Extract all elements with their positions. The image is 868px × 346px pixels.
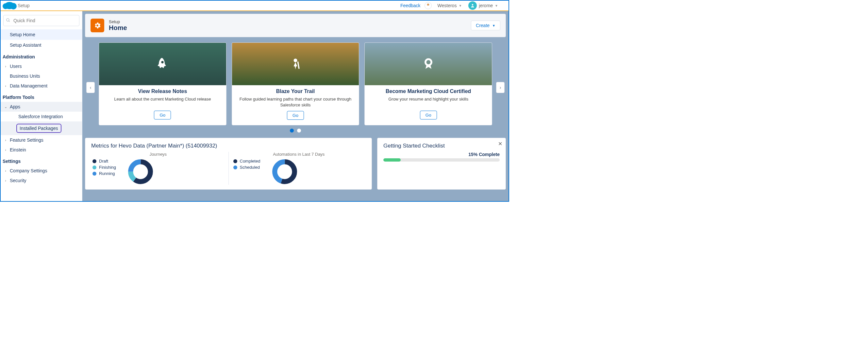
quick-find-input[interactable] bbox=[3, 15, 80, 26]
badge-illustration bbox=[365, 43, 492, 85]
nav-setup-home[interactable]: Setup Home bbox=[1, 29, 82, 40]
legend-swatch bbox=[92, 172, 96, 176]
close-icon[interactable]: ✕ bbox=[498, 141, 502, 147]
app-title: Setup bbox=[18, 3, 30, 8]
svg-point-2 bbox=[472, 4, 473, 5]
svg-point-0 bbox=[427, 4, 429, 6]
carousel-card: View Release Notes Learn all about the c… bbox=[99, 42, 226, 125]
checklist-title: Getting Started Checklist bbox=[383, 143, 500, 149]
metrics-divider bbox=[228, 152, 229, 185]
carousel-card: Blaze Your Trail Follow guided learning … bbox=[232, 42, 360, 125]
legend-swatch bbox=[233, 166, 237, 169]
carousel-dots bbox=[85, 129, 506, 133]
nav-users[interactable]: ›Users bbox=[1, 61, 82, 71]
feedback-link[interactable]: Feedback bbox=[400, 3, 420, 8]
astro-mascot-icon[interactable] bbox=[425, 2, 432, 9]
search-icon bbox=[6, 18, 10, 24]
user-menu[interactable]: jerome ▼ bbox=[468, 1, 498, 10]
journeys-donut-chart bbox=[116, 159, 165, 185]
nav-salesforce-integration[interactable]: Salesforce Integration bbox=[1, 112, 82, 122]
automations-label: Automations in Last 7 Days bbox=[232, 152, 366, 157]
chevron-right-icon: › bbox=[3, 148, 8, 152]
legend-swatch bbox=[92, 159, 96, 163]
card-desc: Learn all about the current Marketing Cl… bbox=[104, 96, 221, 107]
svg-line-7 bbox=[298, 62, 299, 69]
checklist-panel: ✕ Getting Started Checklist 15% Complete bbox=[377, 138, 506, 189]
chevron-right-icon: › bbox=[3, 169, 8, 173]
carousel-dot[interactable] bbox=[297, 129, 301, 133]
page-eyebrow: Setup bbox=[109, 19, 127, 24]
svg-point-8 bbox=[426, 59, 431, 65]
svg-point-6 bbox=[294, 59, 298, 62]
go-button[interactable]: Go bbox=[420, 111, 437, 119]
card-desc: Follow guided learning paths that chart … bbox=[237, 96, 354, 108]
checklist-progress-fill bbox=[383, 158, 401, 162]
checklist-progress-bar bbox=[383, 158, 500, 162]
card-title: View Release Notes bbox=[104, 89, 221, 94]
nav-setup-assistant[interactable]: Setup Assistant bbox=[1, 40, 82, 50]
journeys-label: Journeys bbox=[91, 152, 225, 157]
metrics-title: Metrics for Hevo Data (Partner Main*) (5… bbox=[91, 143, 366, 149]
setup-gear-icon bbox=[91, 19, 104, 32]
carousel-card: Become Marketing Cloud Certified Grow yo… bbox=[364, 42, 492, 125]
nav-installed-packages-row[interactable]: Installed Packages bbox=[1, 122, 82, 135]
user-name: jerome bbox=[479, 3, 493, 8]
nav-einstein[interactable]: ›Einstein bbox=[1, 145, 82, 155]
caret-down-icon: ▼ bbox=[492, 24, 495, 27]
page-header: Setup Home Create ▼ bbox=[85, 14, 506, 37]
org-name: Westeros bbox=[438, 3, 457, 8]
journeys-legend: Draft Finishing Running bbox=[91, 159, 116, 177]
rocket-illustration bbox=[99, 43, 226, 85]
nav-installed-packages[interactable]: Installed Packages bbox=[16, 124, 61, 133]
nav-apps[interactable]: ⌄Apps bbox=[1, 102, 82, 112]
create-button[interactable]: Create ▼ bbox=[471, 21, 500, 30]
hiker-illustration bbox=[232, 43, 359, 85]
nav-security[interactable]: ›Security bbox=[1, 176, 82, 185]
chevron-down-icon: ⌄ bbox=[3, 105, 8, 109]
chevron-right-icon: › bbox=[3, 138, 8, 142]
legend-swatch bbox=[233, 159, 237, 163]
checklist-percent-label: 15% Complete bbox=[383, 152, 500, 157]
nav-feature-settings[interactable]: ›Feature Settings bbox=[1, 135, 82, 145]
nav-company-settings[interactable]: ›Company Settings bbox=[1, 166, 82, 176]
chevron-right-icon: › bbox=[3, 178, 8, 182]
org-switcher[interactable]: Westeros ▼ bbox=[438, 3, 462, 8]
card-title: Blaze Your Trail bbox=[237, 89, 354, 94]
go-button[interactable]: Go bbox=[154, 111, 171, 119]
chevron-right-icon: › bbox=[3, 84, 8, 88]
automations-legend: Completed Scheduled bbox=[232, 159, 260, 171]
page-title: Home bbox=[109, 24, 127, 32]
legend-swatch bbox=[92, 166, 96, 169]
top-bar: Setup Feedback Westeros ▼ jerome ▼ bbox=[1, 1, 508, 11]
nav-section-platform-tools: Platform Tools bbox=[1, 91, 82, 102]
card-desc: Grow your resume and highlight your skil… bbox=[370, 96, 487, 107]
svg-point-5 bbox=[161, 61, 164, 63]
carousel-dot[interactable] bbox=[290, 129, 294, 133]
svg-line-4 bbox=[9, 21, 10, 22]
sidebar: Setup Home Setup Assistant Administratio… bbox=[1, 11, 82, 201]
chevron-right-icon: › bbox=[3, 64, 8, 68]
svg-rect-1 bbox=[427, 5, 429, 7]
user-avatar-icon bbox=[468, 1, 477, 10]
caret-down-icon: ▼ bbox=[495, 4, 498, 7]
main-content: Setup Home Create ▼ ‹ › bbox=[82, 11, 508, 201]
nav-business-units[interactable]: Business Units bbox=[1, 71, 82, 81]
nav-section-settings: Settings bbox=[1, 155, 82, 166]
svg-point-3 bbox=[6, 19, 9, 21]
metrics-panel: Metrics for Hevo Data (Partner Main*) (5… bbox=[85, 138, 372, 189]
salesforce-cloud-icon bbox=[5, 2, 14, 9]
caret-down-icon: ▼ bbox=[459, 4, 462, 7]
card-title: Become Marketing Cloud Certified bbox=[370, 89, 487, 94]
automations-donut-chart bbox=[260, 159, 309, 185]
nav-section-administration: Administration bbox=[1, 50, 82, 61]
carousel-next-button[interactable]: › bbox=[496, 82, 504, 93]
nav-data-management[interactable]: ›Data Management bbox=[1, 81, 82, 91]
go-button[interactable]: Go bbox=[287, 111, 304, 120]
carousel: ‹ › View Release Notes Learn all about t… bbox=[85, 42, 506, 133]
carousel-prev-button[interactable]: ‹ bbox=[86, 82, 95, 93]
